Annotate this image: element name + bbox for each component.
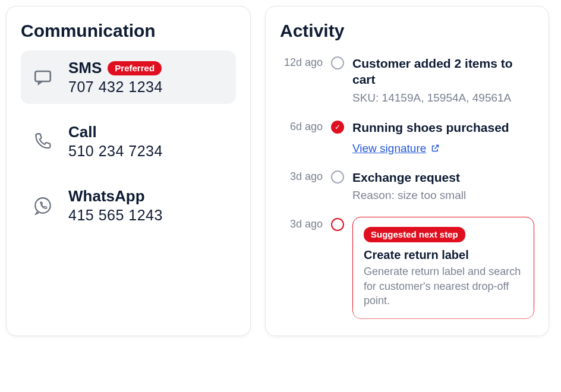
activity-item: 12d ago Customer added 2 items to cart S… xyxy=(280,55,534,105)
communication-channel-call[interactable]: Call 510 234 7234 xyxy=(21,115,236,168)
activity-item-title: Running shoes purchased xyxy=(352,119,534,135)
activity-time: 12d ago xyxy=(280,55,323,69)
activity-suggestion-row: 3d ago Suggested next step Create return… xyxy=(280,217,534,319)
svg-point-1 xyxy=(35,198,51,213)
activity-time: 3d ago xyxy=(280,169,323,183)
communication-channel-whatsapp[interactable]: WhatsApp 415 565 1243 xyxy=(21,179,236,232)
communication-list: SMS Preferred 707 432 1234 Call 510 234 … xyxy=(21,50,236,232)
sms-icon xyxy=(31,66,54,88)
activity-item-sub: Reason: size too small xyxy=(352,188,534,203)
timeline-dot-check-icon: ✓ xyxy=(331,121,344,134)
activity-item: 6d ago ✓ Running shoes purchased View si… xyxy=(280,119,534,154)
channel-value: 415 565 1243 xyxy=(68,207,163,224)
timeline-dot-icon xyxy=(331,56,344,69)
channel-text: WhatsApp 415 565 1243 xyxy=(68,187,163,224)
external-link-icon xyxy=(431,144,440,153)
activity-list: 12d ago Customer added 2 items to cart S… xyxy=(280,55,534,319)
suggested-badge: Suggested next step xyxy=(364,227,465,242)
preferred-badge: Preferred xyxy=(108,61,162,75)
timeline-dot-icon xyxy=(331,170,344,184)
activity-time: 6d ago xyxy=(280,119,323,133)
communication-channel-sms[interactable]: SMS Preferred 707 432 1234 xyxy=(21,50,236,104)
view-signature-link[interactable]: View signature xyxy=(352,142,440,155)
activity-time: 3d ago xyxy=(280,217,323,230)
suggestion-title: Create return label xyxy=(364,248,523,262)
timeline-dot-active-icon xyxy=(331,218,344,231)
svg-rect-0 xyxy=(35,71,51,81)
suggested-next-step-card[interactable]: Suggested next step Create return label … xyxy=(352,217,534,319)
channel-text: SMS Preferred 707 432 1234 xyxy=(68,59,163,96)
activity-title: Activity xyxy=(280,21,534,41)
phone-icon xyxy=(31,130,54,153)
channel-label: WhatsApp xyxy=(68,187,145,206)
communication-card: Communication SMS Preferred 707 432 1234 xyxy=(6,6,251,336)
activity-card: Activity 12d ago Customer added 2 items … xyxy=(265,6,549,336)
activity-item: 3d ago Exchange request Reason: size too… xyxy=(280,169,534,203)
channel-label: Call xyxy=(68,123,97,141)
whatsapp-icon xyxy=(31,194,54,217)
communication-title: Communication xyxy=(21,21,236,41)
channel-value: 510 234 7234 xyxy=(68,143,163,160)
activity-item-title: Customer added 2 items to cart xyxy=(352,55,534,88)
suggestion-description: Generate return label and search for cus… xyxy=(364,264,523,308)
activity-item-sub: SKU: 14159A, 15954A, 49561A xyxy=(352,90,534,106)
channel-value: 707 432 1234 xyxy=(68,78,163,96)
link-label: View signature xyxy=(352,142,426,155)
channel-text: Call 510 234 7234 xyxy=(68,123,163,160)
channel-label: SMS xyxy=(68,59,102,77)
activity-item-title: Exchange request xyxy=(352,169,534,185)
